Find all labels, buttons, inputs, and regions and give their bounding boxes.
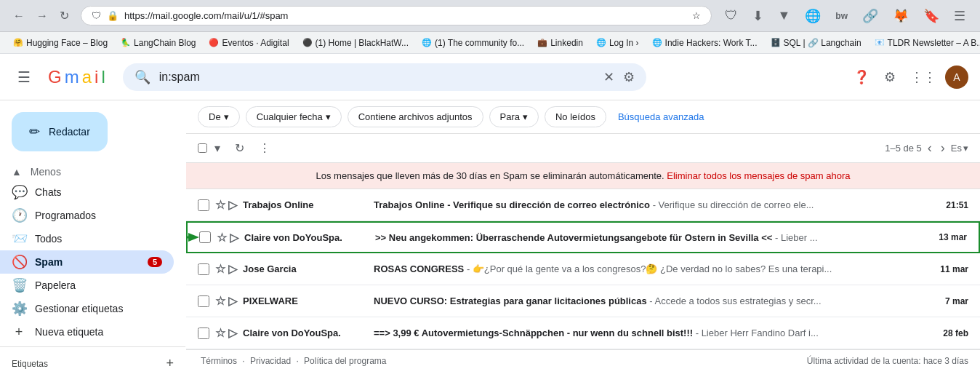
email-checkbox-2[interactable] [199,231,211,243]
filter-fecha-button[interactable]: Cualquier fecha ▾ [246,106,342,127]
browser-actions: 🛡 ⬇ ▼ 🌐 bw 🔗 🦊 🔖 ☰ [719,2,972,30]
sidebar-item-chats[interactable]: 💬 Chats [0,180,174,204]
important-icon-3[interactable]: ▷ [228,262,237,276]
gmail-container: ☰ G m a i l 🔍 in:spam ✕ ⚙ ❓ ⚙ ⋮⋮ A ✏ Red… [0,54,980,385]
language-selector[interactable]: Es ▾ [951,143,968,154]
back-button[interactable]: ← [9,7,29,25]
url-text[interactable]: https://mail.google.com/mail/u/1/#spam [124,10,288,21]
star-icon: ☆ [692,10,701,21]
help-button[interactable]: ❓ [848,63,875,91]
vpn-button[interactable]: ▼ [772,2,797,29]
footer-policy-link[interactable]: Política del programa [304,356,386,366]
chats-icon: 💬 [12,184,26,200]
filter-adjuntos-button[interactable]: Contiene archivos adjuntos [348,106,483,127]
programados-icon: 🕐 [12,207,26,223]
search-filter-icon[interactable]: ⚙ [623,69,635,85]
more-options-button[interactable]: ⋮ [253,137,276,159]
add-label-button[interactable]: + [166,356,174,371]
star-icon-2[interactable]: ☆ [217,231,227,245]
next-page-button[interactable]: › [938,138,948,159]
footer-terms-link[interactable]: Términos [201,356,237,366]
email-time-4: 7 mar [925,296,968,306]
bookmark-linkedin[interactable]: 💼Linkedin [531,36,589,49]
star-icon-4[interactable]: ☆ [215,294,225,308]
translate-button[interactable]: 🌐 [799,2,827,30]
compose-button[interactable]: ✏ Redactar [12,112,108,151]
bookmark-login[interactable]: 🌐Log In › [590,36,645,49]
star-icon-5[interactable]: ☆ [215,326,225,340]
sidebar-item-programados[interactable]: 🕐 Programados [0,204,174,227]
important-icon-1[interactable]: ▷ [228,198,237,212]
search-clear-icon[interactable]: ✕ [603,69,614,85]
email-sender-3: Jose Garcia [243,263,374,274]
email-row[interactable]: ☆ ▷ Claire von DoYouSpa. ==> 3,99 € Auto… [186,317,980,349]
bookmark-community[interactable]: 🌐(1) The community fo... [416,36,530,49]
email-body-2: >> Neu angekommen: Überraschende Autover… [375,232,923,243]
sidebar-item-papelera[interactable]: 🗑️ Papelera [0,274,174,297]
email-time-1: 21:51 [925,200,968,210]
filter-de-button[interactable]: De ▾ [198,106,240,127]
sidebar-item-chats-label: Chats [35,186,162,198]
important-icon-2[interactable]: ▷ [230,231,238,245]
sidebar-item-gestionar-label: Gestionar etiquetas [35,303,162,314]
email-checkbox-3[interactable] [198,263,209,275]
important-icon-5[interactable]: ▷ [228,326,237,340]
email-snippet-1: - Verifique su dirección de correo ele..… [653,199,814,210]
refresh-emails-button[interactable]: ↻ [229,137,250,159]
email-checkbox-1[interactable] [198,199,209,211]
browser-navigation: ← → ↻ [9,6,73,25]
refresh-button[interactable]: ↻ [55,6,73,25]
bookmark-sql[interactable]: 🗄️SQL | 🔗 Langchain [765,36,867,49]
sidebar-item-gestionar-etiquetas[interactable]: ⚙️ Gestionar etiquetas [0,297,174,320]
email-body-1: Trabajos Online - Verifique su dirección… [374,199,925,210]
email-row[interactable]: ▶ ☆ ▷ Claire von DoYouSpa. >> Neu angeko… [186,221,980,253]
sidebar-item-nueva-etiqueta[interactable]: + Nueva etiqueta [0,320,174,344]
filter-para-button[interactable]: Para ▾ [489,106,539,127]
menu-button[interactable]: ☰ [948,2,971,30]
bookmark-langchain-blog[interactable]: 🦜LangChain Blog [115,36,201,49]
email-checkbox-group [198,263,209,275]
email-checkbox-5[interactable] [198,328,209,339]
bookmark-indiehackers[interactable]: 🌐Indie Hackers: Work T... [646,36,763,49]
email-row[interactable]: ☆ ▷ PIXELWARE NUEVO CURSO: Estrategias p… [186,285,980,317]
collapse-button[interactable]: ▲ Menos [0,163,185,180]
ext2-button[interactable]: 🦊 [887,2,915,30]
email-row[interactable]: ☆ ▷ Trabajos Online Trabajos Online - Ve… [186,189,980,221]
sidebar-item-todos[interactable]: 📨 Todos [0,227,174,250]
hamburger-menu[interactable]: ☰ [12,63,36,92]
filter-avanzada-link[interactable]: Búsqueda avanzada [618,111,704,122]
bw-button[interactable]: bw [830,5,854,27]
search-icon: 🔍 [134,69,150,85]
email-row[interactable]: ☆ ▷ Jose Garcia ROSAS CONGRESS - 👉¿Por q… [186,253,980,285]
star-icon-3[interactable]: ☆ [215,262,225,276]
email-checkbox-group [198,328,209,339]
avatar[interactable]: A [945,66,968,89]
apps-button[interactable]: ⋮⋮ [904,63,942,91]
star-icon-1[interactable]: ☆ [215,198,225,212]
gestionar-icon: ⚙️ [12,301,26,317]
search-bar[interactable]: 🔍 in:spam ✕ ⚙ [123,63,646,91]
sidebar-item-spam[interactable]: 🚫 Spam 5 [0,250,174,274]
bookmark-adigital[interactable]: 🔴Eventos · Adigital [203,36,294,49]
select-chevron-button[interactable]: ▾ [209,137,226,159]
email-checkbox-group [199,231,211,243]
filter-noleidos-button[interactable]: No leídos [545,106,606,127]
delete-all-spam-link[interactable]: Eliminar todos los mensajes de spam ahor… [667,170,850,181]
important-icon-4[interactable]: ▷ [228,294,237,308]
search-input[interactable]: in:spam [159,71,595,84]
bookmark-huggingface[interactable]: 🤗Hugging Face – Blog [7,36,113,49]
bookmark-tldr[interactable]: 📧TLDR Newsletter – A B... [869,36,980,49]
ext1-button[interactable]: 🔗 [856,2,884,30]
prev-page-button[interactable]: ‹ [925,138,935,159]
shield-button[interactable]: 🛡 [719,2,744,29]
ext3-button[interactable]: 🔖 [917,2,945,30]
email-checkbox-4[interactable] [198,295,209,307]
bookmark-blackhat[interactable]: ⚫(1) Home | BlackHatW... [297,36,414,49]
forward-button[interactable]: → [32,7,52,25]
download-button[interactable]: ⬇ [747,2,769,30]
settings-button[interactable]: ⚙ [878,63,901,91]
address-bar[interactable]: 🛡 🔒 https://mail.google.com/mail/u/1/#sp… [81,6,712,25]
sidebar-item-programados-label: Programados [35,210,162,221]
footer-privacy-link[interactable]: Privacidad [250,356,291,366]
select-all-checkbox[interactable] [198,143,207,153]
